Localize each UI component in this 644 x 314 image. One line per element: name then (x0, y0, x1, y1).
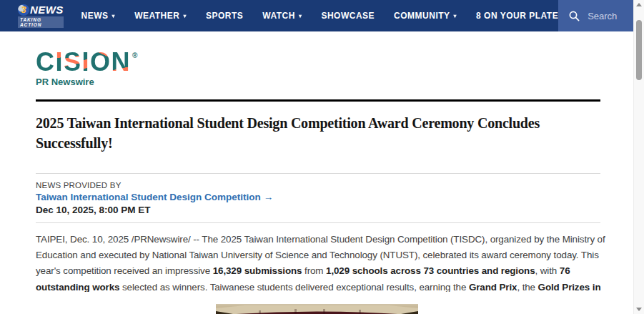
divider-bottom (36, 222, 600, 223)
nav-item-label: SHOWCASE (321, 11, 375, 21)
registered-mark: ® (132, 51, 139, 59)
search-icon[interactable] (568, 10, 580, 22)
article-content: CISION® PR Newswire 2025 Taiwan Internat… (0, 31, 633, 314)
cision-letter: S (64, 47, 82, 77)
channel-3-icon: 3 (18, 4, 29, 16)
headline-divider (36, 99, 600, 102)
publish-date: Dec 10, 2025, 8:00 PM ET (36, 205, 633, 216)
source-company-name: Taiwan International Student Design Comp… (36, 192, 261, 202)
cision-wordmark: CISION® (36, 43, 139, 75)
nav-item-community[interactable]: COMMUNITY▾ (394, 11, 457, 21)
nav-item-label: WEATHER (134, 11, 179, 21)
chevron-down-icon: ▾ (183, 13, 187, 19)
nav-item-weather[interactable]: WEATHER▾ (134, 11, 187, 21)
cision-letter: O (90, 47, 112, 77)
cision-letter: C (36, 47, 56, 77)
nav-item-showcase[interactable]: SHOWCASE (321, 11, 375, 21)
pr-newswire-label: PR Newswire (36, 77, 139, 87)
scrollbar-thumb[interactable] (636, 20, 642, 80)
top-nav: 3 NEWS TAKING ACTION NEWS▾WEATHER▾SPORTS… (0, 0, 633, 31)
station-logo-top: 3 NEWS (18, 4, 64, 16)
search-box[interactable] (558, 0, 644, 31)
scroll-up-arrow[interactable] (636, 3, 642, 6)
cision-letter: I (82, 47, 91, 77)
nav-item-news[interactable]: NEWS▾ (81, 11, 116, 21)
nav-item-label: 8 ON YOUR PLATE (476, 11, 558, 21)
nav-item-label: WATCH (262, 11, 295, 21)
nav-items: NEWS▾WEATHER▾SPORTSWATCH▾SHOWCASECOMMUNI… (81, 11, 559, 21)
ceremony-stage-photo (216, 304, 418, 314)
chevron-down-icon: ▾ (299, 13, 302, 19)
nav-item-watch[interactable]: WATCH▾ (262, 11, 302, 21)
nav-item-label: NEWS (81, 11, 109, 21)
station-logo-name: NEWS (30, 4, 64, 16)
divider-top (36, 173, 600, 174)
cision-letter: N (112, 47, 132, 77)
nav-item-sports[interactable]: SPORTS (206, 11, 243, 21)
nav-item-label: SPORTS (206, 11, 243, 21)
cision-letter: I (56, 47, 64, 77)
scroll-down-arrow[interactable] (636, 308, 642, 311)
station-tagline: TAKING ACTION (18, 16, 64, 28)
nav-item-8-on-your-plate[interactable]: 8 ON YOUR PLATE (476, 11, 558, 21)
page-title: 2025 Taiwan International Student Design… (36, 113, 608, 153)
chevron-down-icon: ▾ (454, 13, 457, 19)
page: 3 NEWS TAKING ACTION NEWS▾WEATHER▾SPORTS… (0, 0, 644, 314)
arrow-right-icon: → (264, 192, 274, 202)
photo-strip (0, 292, 633, 314)
news-provided-by-label: NEWS PROVIDED BY (36, 180, 633, 190)
nav-item-label: COMMUNITY (394, 11, 450, 21)
station-logo[interactable]: 3 NEWS TAKING ACTION (18, 4, 64, 28)
vertical-scrollbar[interactable] (633, 0, 644, 314)
cision-pr-newswire-logo[interactable]: CISION® PR Newswire (36, 43, 139, 87)
source-company-link[interactable]: Taiwan International Student Design Comp… (36, 192, 273, 203)
chevron-down-icon: ▾ (112, 13, 116, 19)
